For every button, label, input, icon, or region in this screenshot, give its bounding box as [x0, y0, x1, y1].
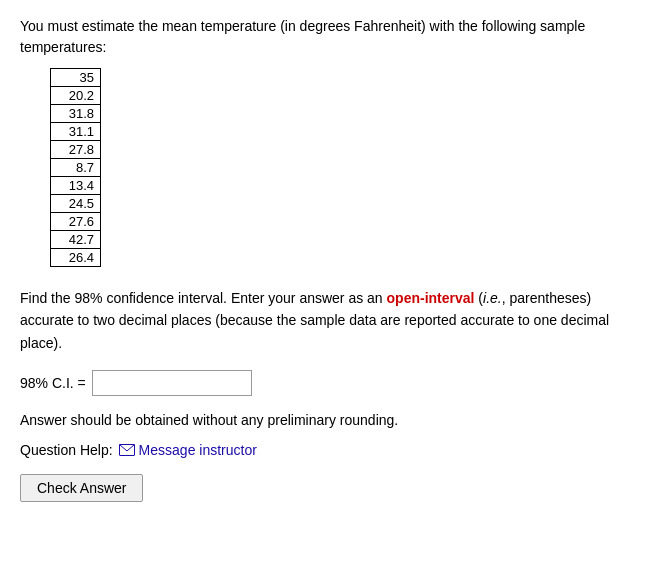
question-part2: (: [474, 290, 483, 306]
ci-label: 98% C.I. =: [20, 375, 86, 391]
question-help-label: Question Help:: [20, 442, 113, 458]
ci-row: 98% C.I. =: [20, 370, 637, 396]
temperature-cell: 42.7: [51, 231, 101, 249]
temperature-cell: 35: [51, 69, 101, 87]
temperature-cell: 24.5: [51, 195, 101, 213]
open-interval-label: open-interval: [387, 290, 475, 306]
intro-text: You must estimate the mean temperature (…: [20, 16, 637, 58]
ci-input[interactable]: [92, 370, 252, 396]
question-part1: Find the 98% confidence interval. Enter …: [20, 290, 387, 306]
temperature-cell: 31.8: [51, 105, 101, 123]
message-instructor-link[interactable]: Message instructor: [119, 442, 257, 458]
temperature-cell: 8.7: [51, 159, 101, 177]
answer-note: Answer should be obtained without any pr…: [20, 412, 637, 428]
question-text: Find the 98% confidence interval. Enter …: [20, 287, 637, 354]
temperature-cell: 13.4: [51, 177, 101, 195]
envelope-icon: [119, 444, 135, 456]
temperature-cell: 20.2: [51, 87, 101, 105]
question-italic: i.e.: [483, 290, 502, 306]
temperature-cell: 26.4: [51, 249, 101, 267]
check-answer-button[interactable]: Check Answer: [20, 474, 143, 502]
temperature-cell: 31.1: [51, 123, 101, 141]
question-help-row: Question Help: Message instructor: [20, 442, 637, 458]
message-instructor-label: Message instructor: [139, 442, 257, 458]
temperature-cell: 27.6: [51, 213, 101, 231]
temperature-cell: 27.8: [51, 141, 101, 159]
temperature-table: 3520.231.831.127.88.713.424.527.642.726.…: [50, 68, 101, 267]
